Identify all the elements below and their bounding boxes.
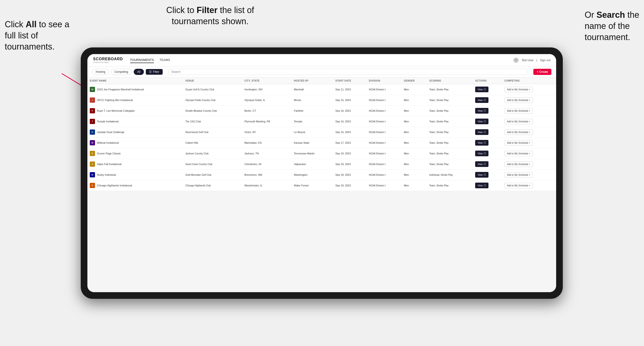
- hosted-by-cell-2: Fairfield: [291, 106, 333, 116]
- division-cell-2: NCAA Division I: [366, 106, 401, 116]
- view-button-3[interactable]: View ⓘ: [475, 119, 488, 124]
- view-icon-3: ⓘ: [484, 120, 486, 123]
- add-schedule-button-7[interactable]: Add to My Schedule +: [504, 162, 533, 167]
- view-button-5[interactable]: View ⓘ: [475, 140, 488, 146]
- tab-competing[interactable]: Competing: [111, 69, 132, 75]
- team-logo-0: M: [90, 87, 95, 92]
- nav-teams[interactable]: TEAMS: [160, 57, 170, 63]
- actions-cell-2: View ⓘ: [473, 106, 502, 116]
- add-schedule-button-4[interactable]: Add to My Schedule +: [504, 130, 533, 135]
- add-schedule-button-0[interactable]: Add to My Schedule +: [504, 87, 533, 92]
- gender-cell-5: Men: [402, 138, 427, 148]
- event-name-9: Chicago Highlands Invitational: [97, 184, 132, 187]
- scoring-cell-8: Individual, Stroke Play: [427, 170, 473, 180]
- city-state-cell-5: Manhattan, KS: [242, 138, 291, 148]
- view-button-7[interactable]: View ⓘ: [475, 161, 488, 167]
- col-start-date: START DATE: [333, 78, 366, 84]
- filter-label: Filter: [153, 70, 159, 73]
- search-input[interactable]: [168, 69, 528, 75]
- top-nav: SCOREBOARD Powered by clippd TOURNAMENTS…: [88, 54, 556, 66]
- add-schedule-button-2[interactable]: Add to My Schedule +: [504, 108, 533, 114]
- view-icon-2: ⓘ: [484, 109, 486, 112]
- event-name-0: 2023 Joe Feaganes Marshall Invitational: [97, 88, 144, 91]
- venue-cell-7: Sand Creek Country Club: [183, 159, 242, 170]
- hosted-by-cell-3: Temple: [291, 116, 333, 127]
- division-cell-7: NCAA Division I: [366, 159, 401, 170]
- gender-cell-7: Men: [402, 159, 427, 170]
- city-state-cell-4: Victor, NY: [242, 127, 291, 138]
- annotation-topleft: Click All to see a full list of tourname…: [5, 19, 71, 52]
- city-state-cell-2: Berlin, CT: [242, 106, 291, 116]
- event-name-cell-2: F Ryan T. Lee Memorial Collegiate: [88, 106, 183, 116]
- nav-links: TOURNAMENTS TEAMS: [130, 57, 514, 63]
- view-button-6[interactable]: View ⓘ: [475, 151, 488, 156]
- scoring-cell-6: Team, Stroke Play: [427, 148, 473, 159]
- competing-cell-8: Add to My Schedule +: [502, 170, 556, 180]
- venue-cell-9: Chicago Highlands Club: [183, 180, 242, 191]
- division-cell-4: NCAA Division I: [366, 127, 401, 138]
- city-state-cell-0: Huntington, WV: [242, 84, 291, 95]
- gender-cell-6: Men: [402, 148, 427, 159]
- tab-all[interactable]: All: [134, 69, 144, 75]
- hosted-by-cell-8: Washington: [291, 170, 333, 180]
- view-button-4[interactable]: View ⓘ: [475, 129, 488, 135]
- view-button-1[interactable]: View ⓘ: [475, 97, 488, 103]
- add-schedule-button-3[interactable]: Add to My Schedule +: [504, 119, 533, 124]
- event-name-cell-0: M 2023 Joe Feaganes Marshall Invitationa…: [88, 84, 183, 95]
- user-name: Test User: [522, 59, 534, 62]
- event-name-2: Ryan T. Lee Memorial Collegiate: [97, 109, 135, 112]
- gender-cell-4: Men: [402, 127, 427, 138]
- city-state-cell-1: Olympia Fields, IL: [242, 95, 291, 106]
- logo-text: SCOREBOARD: [93, 57, 123, 61]
- view-icon-8: ⓘ: [484, 173, 486, 176]
- team-logo-1: I: [90, 97, 95, 103]
- view-icon-0: ⓘ: [484, 88, 486, 91]
- actions-cell-1: View ⓘ: [473, 95, 502, 106]
- add-schedule-button-9[interactable]: Add to My Schedule +: [504, 183, 533, 188]
- city-state-cell-3: Plymouth Meeting, PA: [242, 116, 291, 127]
- table-row: I OFCC Fighting Illini Invitational Olym…: [88, 95, 556, 106]
- hosted-by-cell-6: Tennessee-Martin: [291, 148, 333, 159]
- venue-cell-3: The 1912 Club: [183, 116, 242, 127]
- hosted-by-cell-4: Le Moyne: [291, 127, 333, 138]
- avatar: U: [514, 58, 518, 63]
- view-button-9[interactable]: View ⓘ: [475, 182, 488, 188]
- competing-cell-2: Add to My Schedule +: [502, 106, 556, 116]
- competing-cell-7: Add to My Schedule +: [502, 159, 556, 170]
- view-button-0[interactable]: View ⓘ: [475, 87, 488, 92]
- start-date-cell-4: Sep 16, 2023: [333, 127, 366, 138]
- gender-cell-8: Men: [402, 170, 427, 180]
- table-row: U Upstate Dual Challenge Ravenwood Golf …: [88, 127, 556, 138]
- actions-cell-3: View ⓘ: [473, 116, 502, 127]
- create-button[interactable]: + Create: [533, 69, 552, 75]
- view-icon-6: ⓘ: [484, 152, 486, 155]
- add-schedule-button-5[interactable]: Add to My Schedule +: [504, 140, 533, 146]
- start-date-cell-1: Sep 15, 2023: [333, 95, 366, 106]
- scoring-cell-1: Team, Stroke Play: [427, 95, 473, 106]
- event-name-cell-1: I OFCC Fighting Illini Invitational: [88, 95, 183, 106]
- table-row: C Chicago Highlands Invitational Chicago…: [88, 180, 556, 191]
- competing-cell-1: Add to My Schedule +: [502, 95, 556, 106]
- start-date-cell-2: Sep 16, 2023: [333, 106, 366, 116]
- add-schedule-button-8[interactable]: Add to My Schedule +: [504, 172, 533, 178]
- team-logo-4: U: [90, 130, 95, 135]
- nav-tournaments[interactable]: TOURNAMENTS: [130, 57, 154, 63]
- scoring-cell-0: Team, Stroke Play: [427, 84, 473, 95]
- division-cell-6: NCAA Division I: [366, 148, 401, 159]
- venue-cell-4: Ravenwood Golf Club: [183, 127, 242, 138]
- start-date-cell-6: Sep 18, 2023: [333, 148, 366, 159]
- add-schedule-button-1[interactable]: Add to My Schedule +: [504, 97, 533, 103]
- table-container: EVENT NAME VENUE CITY, STATE HOSTED BY S…: [88, 78, 556, 292]
- add-schedule-button-6[interactable]: Add to My Schedule +: [504, 151, 533, 156]
- filter-button[interactable]: ☰ Filter: [146, 69, 163, 75]
- view-button-8[interactable]: View ⓘ: [475, 172, 488, 178]
- signout-link[interactable]: Sign out: [540, 59, 550, 62]
- team-logo-6: G: [90, 151, 95, 156]
- gender-cell-1: Men: [402, 95, 427, 106]
- division-cell-0: NCAA Division I: [366, 84, 401, 95]
- view-button-2[interactable]: View ⓘ: [475, 108, 488, 114]
- tab-hosting[interactable]: Hosting: [92, 69, 109, 75]
- start-date-cell-3: Sep 16, 2023: [333, 116, 366, 127]
- hosted-by-cell-0: Marshall: [291, 84, 333, 95]
- view-icon-1: ⓘ: [484, 98, 486, 102]
